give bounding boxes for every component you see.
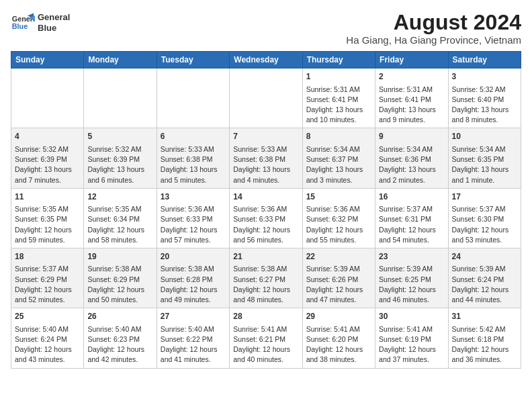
day-info: Sunrise: 5:33 AM bbox=[233, 144, 298, 154]
day-info: Sunrise: 5:36 AM bbox=[161, 204, 226, 214]
day-info: Sunset: 6:33 PM bbox=[161, 214, 226, 224]
week-row-5: 25Sunrise: 5:40 AMSunset: 6:24 PMDayligh… bbox=[11, 308, 521, 368]
day-number: 4 bbox=[15, 131, 80, 142]
day-info: Daylight: 13 hours bbox=[15, 165, 80, 175]
day-number: 27 bbox=[161, 311, 226, 322]
day-info: Sunrise: 5:37 AM bbox=[379, 204, 444, 214]
day-number: 16 bbox=[379, 191, 444, 203]
calendar-cell: 27Sunrise: 5:40 AMSunset: 6:22 PMDayligh… bbox=[157, 308, 229, 368]
day-info: and 6 minutes. bbox=[87, 175, 152, 185]
day-info: Daylight: 13 hours bbox=[379, 165, 444, 175]
day-info: Sunset: 6:36 PM bbox=[379, 154, 444, 165]
day-info: Daylight: 12 hours bbox=[452, 285, 517, 295]
svg-text:Blue: Blue bbox=[12, 22, 28, 30]
day-info: Daylight: 12 hours bbox=[452, 345, 517, 355]
day-info: Sunset: 6:41 PM bbox=[379, 95, 444, 105]
calendar-cell: 31Sunrise: 5:42 AMSunset: 6:18 PMDayligh… bbox=[448, 308, 521, 368]
day-info: Daylight: 12 hours bbox=[161, 225, 226, 235]
calendar-cell: 21Sunrise: 5:38 AMSunset: 6:27 PMDayligh… bbox=[230, 248, 302, 308]
day-info: Sunrise: 5:37 AM bbox=[15, 264, 80, 274]
day-number: 29 bbox=[306, 311, 371, 322]
day-info: and 37 minutes. bbox=[379, 355, 444, 365]
day-info: Sunset: 6:35 PM bbox=[15, 214, 80, 224]
day-number: 13 bbox=[161, 191, 226, 203]
day-info: Daylight: 12 hours bbox=[87, 285, 152, 295]
day-info: Sunrise: 5:39 AM bbox=[452, 264, 517, 274]
title-block: August 2024 Ha Giang, Ha Giang Province,… bbox=[346, 11, 521, 46]
day-info: Daylight: 12 hours bbox=[87, 225, 152, 235]
day-info: Sunrise: 5:32 AM bbox=[15, 144, 80, 154]
day-info: Sunset: 6:29 PM bbox=[87, 275, 152, 285]
day-info: Sunset: 6:20 PM bbox=[306, 334, 371, 345]
logo-text: General Blue bbox=[38, 12, 70, 33]
day-info: Sunset: 6:37 PM bbox=[306, 154, 371, 165]
day-info: and 4 minutes. bbox=[233, 175, 298, 185]
day-info: Sunrise: 5:42 AM bbox=[452, 324, 517, 334]
day-info: Sunset: 6:38 PM bbox=[161, 154, 226, 165]
week-row-1: 1Sunrise: 5:31 AMSunset: 6:41 PMDaylight… bbox=[11, 68, 521, 128]
day-info: Sunrise: 5:37 AM bbox=[452, 204, 517, 214]
day-number: 20 bbox=[161, 251, 226, 263]
calendar-cell: 9Sunrise: 5:34 AMSunset: 6:36 PMDaylight… bbox=[375, 128, 448, 188]
day-info: Sunset: 6:22 PM bbox=[161, 334, 226, 345]
week-row-3: 11Sunrise: 5:35 AMSunset: 6:35 PMDayligh… bbox=[11, 188, 521, 248]
day-info: Daylight: 13 hours bbox=[233, 165, 298, 175]
day-info: Daylight: 13 hours bbox=[87, 165, 152, 175]
day-info: and 5 minutes. bbox=[161, 175, 226, 185]
day-info: Sunrise: 5:32 AM bbox=[452, 85, 517, 95]
day-info: Sunset: 6:27 PM bbox=[233, 275, 298, 285]
calendar-cell: 12Sunrise: 5:35 AMSunset: 6:34 PMDayligh… bbox=[84, 188, 157, 248]
calendar-cell: 26Sunrise: 5:40 AMSunset: 6:23 PMDayligh… bbox=[84, 308, 157, 368]
day-info: and 46 minutes. bbox=[379, 295, 444, 305]
day-info: Sunset: 6:39 PM bbox=[15, 154, 80, 165]
col-header-sunday: Sunday bbox=[11, 52, 84, 68]
day-info: and 48 minutes. bbox=[233, 295, 298, 305]
col-header-saturday: Saturday bbox=[448, 52, 521, 68]
calendar-cell: 11Sunrise: 5:35 AMSunset: 6:35 PMDayligh… bbox=[11, 188, 84, 248]
day-info: Sunrise: 5:40 AM bbox=[161, 324, 226, 334]
day-number: 9 bbox=[379, 131, 444, 142]
day-info: Sunrise: 5:36 AM bbox=[306, 204, 371, 214]
day-info: and 52 minutes. bbox=[15, 295, 80, 305]
calendar-cell: 28Sunrise: 5:41 AMSunset: 6:21 PMDayligh… bbox=[230, 308, 302, 368]
col-header-thursday: Thursday bbox=[302, 52, 375, 68]
day-info: Daylight: 12 hours bbox=[379, 285, 444, 295]
day-info: Daylight: 12 hours bbox=[306, 285, 371, 295]
day-info: Sunset: 6:33 PM bbox=[233, 214, 298, 224]
day-info: Daylight: 13 hours bbox=[306, 105, 371, 115]
day-number: 30 bbox=[379, 311, 444, 322]
day-info: Daylight: 12 hours bbox=[15, 345, 80, 355]
calendar-cell bbox=[157, 68, 229, 128]
day-info: Daylight: 12 hours bbox=[161, 285, 226, 295]
day-info: Sunrise: 5:31 AM bbox=[306, 85, 371, 95]
calendar-cell: 30Sunrise: 5:41 AMSunset: 6:19 PMDayligh… bbox=[375, 308, 448, 368]
day-number: 14 bbox=[233, 191, 298, 203]
calendar-cell: 15Sunrise: 5:36 AMSunset: 6:32 PMDayligh… bbox=[302, 188, 375, 248]
calendar-cell: 19Sunrise: 5:38 AMSunset: 6:29 PMDayligh… bbox=[84, 248, 157, 308]
day-number: 10 bbox=[452, 131, 517, 142]
day-info: and 43 minutes. bbox=[15, 355, 80, 365]
day-info: Daylight: 12 hours bbox=[306, 345, 371, 355]
calendar-cell: 29Sunrise: 5:41 AMSunset: 6:20 PMDayligh… bbox=[302, 308, 375, 368]
day-number: 7 bbox=[233, 131, 298, 142]
day-info: Daylight: 13 hours bbox=[452, 165, 517, 175]
header: General Blue General Blue August 2024 Ha… bbox=[11, 11, 521, 46]
day-info: Daylight: 13 hours bbox=[452, 105, 517, 115]
calendar-cell: 14Sunrise: 5:36 AMSunset: 6:33 PMDayligh… bbox=[230, 188, 302, 248]
header-row: SundayMondayTuesdayWednesdayThursdayFrid… bbox=[11, 52, 521, 68]
day-info: Daylight: 12 hours bbox=[306, 225, 371, 235]
day-info: and 8 minutes. bbox=[452, 115, 517, 125]
col-header-monday: Monday bbox=[84, 52, 157, 68]
calendar-cell bbox=[84, 68, 157, 128]
day-info: Daylight: 13 hours bbox=[379, 105, 444, 115]
calendar-cell: 7Sunrise: 5:33 AMSunset: 6:38 PMDaylight… bbox=[230, 128, 302, 188]
day-info: Sunset: 6:30 PM bbox=[452, 214, 517, 224]
calendar-cell: 25Sunrise: 5:40 AMSunset: 6:24 PMDayligh… bbox=[11, 308, 84, 368]
day-info: Sunset: 6:24 PM bbox=[15, 334, 80, 345]
calendar-cell: 2Sunrise: 5:31 AMSunset: 6:41 PMDaylight… bbox=[375, 68, 448, 128]
day-number: 15 bbox=[306, 191, 371, 203]
day-info: Sunset: 6:31 PM bbox=[379, 214, 444, 224]
day-info: Sunrise: 5:41 AM bbox=[306, 324, 371, 334]
day-number: 31 bbox=[452, 311, 517, 322]
col-header-wednesday: Wednesday bbox=[230, 52, 302, 68]
